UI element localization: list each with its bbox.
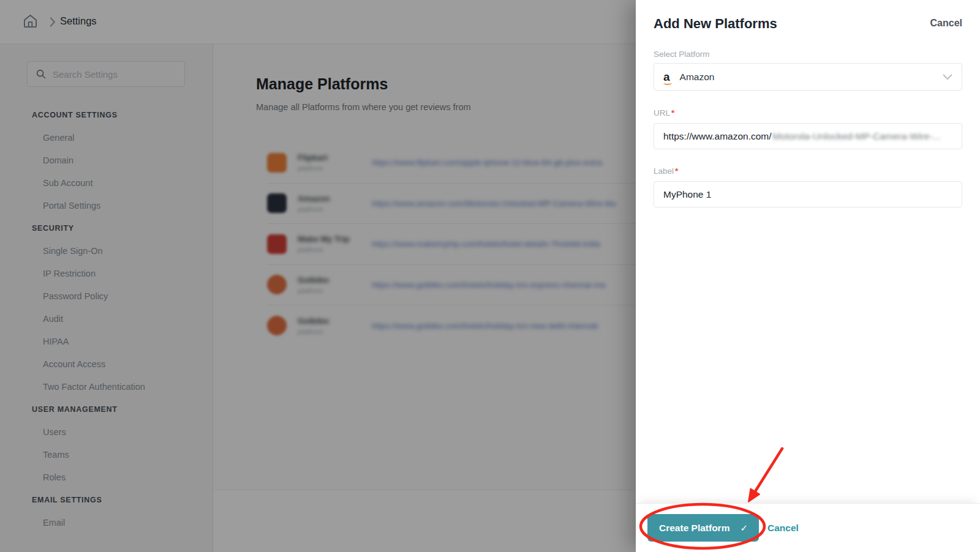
required-asterisk: * — [675, 166, 678, 176]
url-value-blurred: Motorola-Unlocked-MP-Camera-Wire-... — [773, 131, 941, 142]
amazon-logo-icon: a — [663, 71, 670, 83]
create-platform-button[interactable]: Create Platform ✓ — [647, 514, 759, 542]
label-value: MyPhone 1 — [663, 189, 711, 200]
url-label: URL* — [654, 108, 674, 117]
check-icon: ✓ — [740, 523, 748, 534]
drawer-cancel-button[interactable]: Cancel — [930, 18, 962, 29]
footer-cancel-link[interactable]: Cancel — [767, 523, 799, 534]
add-new-platforms-drawer: Add New Platforms Cancel Select Platform… — [636, 0, 980, 552]
chevron-down-icon — [943, 74, 952, 80]
url-input[interactable]: https://www.amazon.com/Motorola-Unlocked… — [654, 123, 962, 149]
drawer-footer-bar: Create Platform ✓ Cancel — [636, 503, 980, 552]
selected-platform-value: Amazon — [680, 72, 715, 83]
modal-dim-overlay[interactable] — [0, 0, 636, 552]
url-value-visible: https://www.amazon.com/ — [663, 131, 772, 142]
page: Settings ACCOUNT SETTINGS General Domain… — [0, 0, 980, 552]
required-asterisk: * — [671, 108, 674, 117]
drawer-title: Add New Platforms — [654, 16, 777, 32]
select-platform-label: Select Platform — [654, 50, 710, 59]
platform-select-dropdown[interactable]: a Amazon — [654, 63, 962, 91]
label-input[interactable]: MyPhone 1 — [654, 181, 962, 207]
label-label: Label* — [654, 166, 678, 176]
create-platform-label: Create Platform — [659, 523, 729, 534]
